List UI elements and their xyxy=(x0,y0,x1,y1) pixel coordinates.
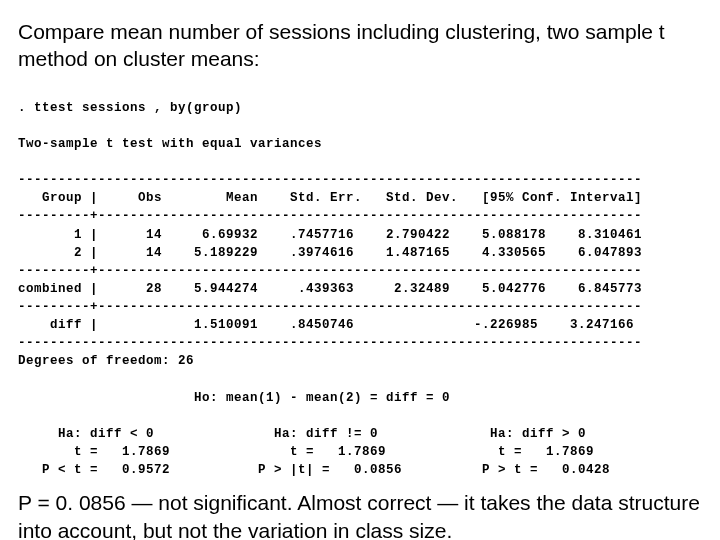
rule: ---------+------------------------------… xyxy=(18,264,642,278)
stata-output: . ttest sessions , by(group) Two-sample … xyxy=(18,81,702,480)
p-row: P < t = 0.9572 P > |t| = 0.0856 P > t = … xyxy=(18,463,610,477)
rule: ----------------------------------------… xyxy=(18,336,642,350)
rule: ---------+------------------------------… xyxy=(18,209,642,223)
null-hypothesis: Ho: mean(1) - mean(2) = diff = 0 xyxy=(18,391,450,405)
row-2: 2 | 14 5.189229 .3974616 1.487165 4.3305… xyxy=(18,246,642,260)
header-row: Group | Obs Mean Std. Err. Std. Dev. [95… xyxy=(18,191,642,205)
ha-row: Ha: diff < 0 Ha: diff != 0 Ha: diff > 0 xyxy=(18,427,586,441)
rule: ----------------------------------------… xyxy=(18,173,642,187)
row-combined: combined | 28 5.944274 .439363 2.32489 5… xyxy=(18,282,642,296)
ttest-heading: Two-sample t test with equal variances xyxy=(18,137,322,151)
rule: ---------+------------------------------… xyxy=(18,300,642,314)
degrees-of-freedom: Degrees of freedom: 26 xyxy=(18,354,194,368)
page-title: Compare mean number of sessions includin… xyxy=(18,18,702,73)
row-1: 1 | 14 6.69932 .7457716 2.790422 5.08817… xyxy=(18,228,642,242)
conclusion-text: P = 0. 0856 — not significant. Almost co… xyxy=(18,489,702,540)
ttest-command: . ttest sessions , by(group) xyxy=(18,101,242,115)
t-row: t = 1.7869 t = 1.7869 t = 1.7869 xyxy=(18,445,594,459)
row-diff: diff | 1.510091 .8450746 -.226985 3.2471… xyxy=(18,318,634,332)
